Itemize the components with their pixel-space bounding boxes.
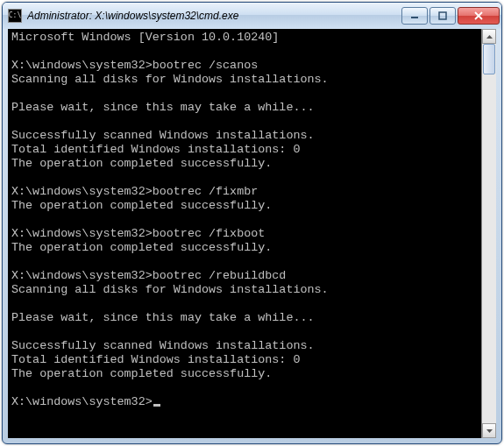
terminal-line: [11, 171, 478, 185]
maximize-button[interactable]: [429, 7, 456, 25]
terminal-line: [11, 297, 478, 311]
svg-rect-1: [439, 12, 446, 19]
terminal-line: X:\windows\system32>bootrec /fixmbr: [11, 185, 478, 199]
scroll-track[interactable]: [482, 44, 496, 423]
titlebar[interactable]: C:\ Administrator: X:\windows\system32\c…: [3, 3, 501, 29]
terminal-output[interactable]: Microsoft Windows [Version 10.0.10240]X:…: [8, 29, 481, 438]
client-area: Microsoft Windows [Version 10.0.10240]X:…: [8, 29, 496, 438]
cmd-icon: C:\: [8, 9, 22, 23]
scroll-down-button[interactable]: [482, 423, 496, 438]
terminal-prompt-line[interactable]: X:\windows\system32>: [11, 395, 478, 409]
terminal-line: [11, 87, 478, 101]
svg-rect-0: [411, 17, 418, 18]
terminal-line: [11, 45, 478, 59]
chevron-down-icon: [486, 429, 493, 433]
close-button[interactable]: [458, 7, 500, 25]
terminal-line: Successfully scanned Windows installatio…: [11, 339, 478, 353]
terminal-line: [11, 255, 478, 269]
terminal-line: Please wait, since this may take a while…: [11, 311, 478, 325]
window-title: Administrator: X:\windows\system32\cmd.e…: [27, 10, 400, 22]
cmd-window: C:\ Administrator: X:\windows\system32\c…: [2, 2, 502, 444]
terminal-line: Successfully scanned Windows installatio…: [11, 129, 478, 143]
terminal-line: The operation completed successfully.: [11, 199, 478, 213]
terminal-line: [11, 325, 478, 339]
terminal-line: Scanning all disks for Windows installat…: [11, 73, 478, 87]
minimize-icon: [410, 11, 419, 20]
maximize-icon: [438, 11, 447, 20]
terminal-line: Scanning all disks for Windows installat…: [11, 283, 478, 297]
terminal-line: Total identified Windows installations: …: [11, 353, 478, 367]
terminal-line: The operation completed successfully.: [11, 241, 478, 255]
prompt-text: X:\windows\system32>: [11, 395, 153, 408]
vertical-scrollbar[interactable]: [481, 29, 496, 438]
terminal-line: Microsoft Windows [Version 10.0.10240]: [11, 31, 478, 45]
chevron-up-icon: [486, 35, 493, 39]
minimize-button[interactable]: [401, 7, 428, 25]
terminal-line: Total identified Windows installations: …: [11, 143, 478, 157]
terminal-line: [11, 381, 478, 395]
terminal-line: X:\windows\system32>bootrec /rebuildbcd: [11, 269, 478, 283]
scroll-thumb[interactable]: [483, 44, 495, 74]
terminal-line: X:\windows\system32>bootrec /fixboot: [11, 227, 478, 241]
window-controls: [400, 7, 500, 25]
terminal-line: The operation completed successfully.: [11, 367, 478, 381]
terminal-line: X:\windows\system32>bootrec /scanos: [11, 59, 478, 73]
terminal-line: The operation completed successfully.: [11, 157, 478, 171]
terminal-line: Please wait, since this may take a while…: [11, 101, 478, 115]
scroll-up-button[interactable]: [482, 29, 496, 44]
terminal-line: [11, 115, 478, 129]
terminal-line: [11, 213, 478, 227]
close-icon: [473, 11, 484, 20]
cursor: [153, 404, 160, 407]
